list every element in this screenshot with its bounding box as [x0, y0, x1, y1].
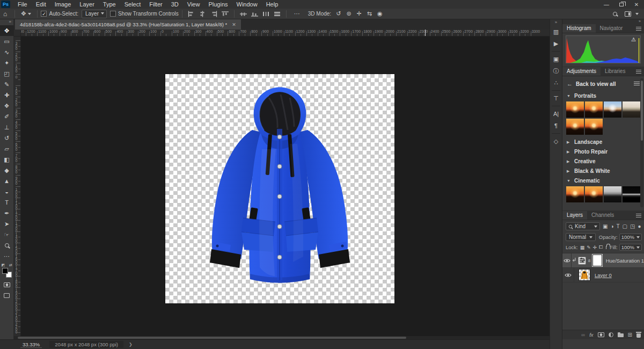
close-tab-icon[interactable]: ✕ — [232, 22, 236, 27]
preset-thumbnail[interactable] — [566, 101, 584, 118]
restore-button[interactable] — [614, 0, 629, 9]
align-left-icon[interactable] — [187, 11, 195, 17]
back-to-view-all[interactable]: ← Back to view all — [562, 76, 644, 90]
menu-3d[interactable]: 3D — [167, 0, 183, 9]
ruler-origin-corner[interactable] — [14, 30, 21, 37]
path-selection-tool[interactable]: ➤ — [0, 219, 14, 229]
tab-adjustments[interactable]: Adjustments — [562, 67, 601, 76]
tab-layers[interactable]: Layers — [562, 211, 587, 220]
preset-group-creative[interactable]: ▶Creative — [562, 156, 644, 165]
clone-stamp-tool[interactable]: ⊥ — [0, 122, 14, 133]
lock-pixels-icon[interactable]: ✎ — [587, 245, 591, 250]
3d-camera-icon[interactable]: ◉ — [375, 10, 385, 17]
gradient-tool[interactable]: ◧ — [0, 154, 14, 165]
clone-source-panel-icon[interactable]: ⊤ — [550, 92, 562, 104]
preset-thumbnail[interactable] — [623, 101, 640, 118]
visibility-eye-icon[interactable] — [562, 268, 574, 282]
menu-plugins[interactable]: Plugins — [204, 0, 232, 9]
eyedropper-tool[interactable]: ✎ — [0, 79, 14, 90]
filter-pixel-layers-icon[interactable]: ▣ — [603, 223, 608, 229]
lock-artboard-icon[interactable]: ⧠ — [599, 244, 603, 250]
lock-all-icon[interactable] — [606, 246, 606, 249]
document-tab[interactable]: 4d18158b-afca-4de2-8dac-5a3c014108a8.psd… — [15, 19, 241, 30]
info-panel-icon[interactable]: ⓘ — [550, 65, 562, 77]
canvas-transparency-checkerboard[interactable] — [165, 74, 394, 303]
panel-menu-icon[interactable] — [636, 27, 641, 31]
panel-menu-icon[interactable] — [636, 214, 641, 217]
move-tool[interactable]: ✥ — [0, 25, 14, 36]
auto-select-checkbox[interactable]: ✓ — [41, 11, 47, 17]
menu-help[interactable]: Help — [262, 0, 283, 9]
expand-dock-icon[interactable]: » — [555, 19, 557, 26]
node-graph-panel-icon[interactable]: ∴ — [550, 77, 562, 89]
magic-wand-tool[interactable]: ✦ — [0, 57, 14, 68]
scrollbar-thumb[interactable] — [18, 337, 406, 339]
menu-filter[interactable]: Filter — [145, 0, 166, 9]
color-swatches[interactable] — [2, 268, 12, 278]
preset-thumbnail[interactable] — [585, 101, 603, 118]
lock-position-icon[interactable]: ✛ — [593, 245, 597, 250]
pen-tool[interactable]: ✒ — [0, 208, 14, 219]
zoom-tool[interactable] — [0, 240, 14, 251]
add-mask-icon[interactable] — [598, 332, 604, 337]
horizontal-ruler[interactable]: 1300120011001000900800700600500400300200… — [14, 30, 550, 37]
preset-thumbnail[interactable] — [566, 186, 584, 202]
preset-group-landscape[interactable]: ▶Landscape — [562, 136, 644, 146]
type-tool[interactable]: T — [0, 197, 14, 208]
menu-image[interactable]: Image — [50, 0, 76, 9]
home-icon[interactable]: ⌂ — [0, 10, 11, 18]
crop-tool[interactable]: ◰ — [0, 68, 14, 79]
3d-pan-icon[interactable]: ✛ — [354, 10, 364, 17]
distribute-v-icon[interactable] — [273, 11, 281, 17]
align-top-icon[interactable] — [221, 11, 229, 17]
foreground-color-swatch[interactable] — [2, 268, 8, 274]
preset-group-cinematic[interactable]: ▼Cinematic — [562, 175, 644, 185]
tab-libraries[interactable]: Libraries — [601, 67, 630, 76]
distribute-h-icon[interactable] — [262, 11, 270, 17]
layer-style-fx-icon[interactable]: fx — [589, 332, 593, 338]
default-colors-icon[interactable]: ◩ — [2, 263, 5, 267]
filter-toggle-icon[interactable]: ● — [638, 223, 641, 229]
auto-select-target-dropdown[interactable]: Layer — [82, 10, 107, 18]
menu-type[interactable]: Type — [99, 0, 120, 9]
workspace-icon[interactable] — [625, 11, 631, 17]
tab-channels[interactable]: Channels — [587, 211, 618, 220]
adjustments-scrollbar[interactable] — [640, 78, 643, 207]
3d-roll-icon[interactable]: ⊚ — [343, 10, 354, 17]
brush-tool[interactable]: ✐ — [0, 111, 14, 122]
more-options-icon[interactable]: ⋯ — [290, 10, 305, 17]
preset-thumbnail[interactable] — [604, 101, 621, 118]
layer-mask-thumbnail[interactable] — [592, 255, 602, 266]
filter-shape-layers-icon[interactable]: ▢ — [623, 223, 627, 229]
histogram-warning-icon[interactable]: ⚠ — [631, 37, 636, 42]
filter-type-layers-icon[interactable]: T — [617, 223, 620, 229]
preset-group-photo-repair[interactable]: ▶Photo Repair — [562, 146, 644, 156]
preset-thumbnail[interactable] — [623, 186, 640, 202]
filter-adjustment-layers-icon[interactable]: ◑ — [610, 223, 613, 229]
spot-healing-tool[interactable]: ✚ — [0, 90, 14, 100]
quick-mask-button[interactable] — [0, 279, 14, 290]
healing-patch-tool[interactable]: ❖ — [0, 100, 14, 111]
edit-toolbar-icon[interactable]: ⋯ — [0, 251, 14, 261]
list-view-icon[interactable] — [634, 82, 640, 86]
marquee-tool[interactable]: ▭ — [0, 36, 14, 47]
dodge-tool[interactable]: ◒ — [0, 186, 14, 197]
new-adjustment-layer-icon[interactable] — [609, 332, 613, 337]
layer-row-image[interactable]: Layer 0 — [562, 268, 644, 282]
opacity-value[interactable]: 100% — [619, 234, 642, 241]
menu-edit[interactable]: Edit — [32, 0, 50, 9]
menu-layer[interactable]: Layer — [75, 0, 99, 9]
close-button[interactable]: ✕ — [629, 0, 644, 9]
panel-menu-icon[interactable] — [636, 70, 641, 74]
materials-panel-icon[interactable]: ◇ — [550, 135, 562, 147]
align-middle-icon[interactable] — [239, 11, 247, 17]
zoom-level-field[interactable]: 33.33% — [20, 341, 42, 348]
layer-name[interactable]: Hue/Saturation 1 — [606, 258, 644, 264]
move-tool-options-icon[interactable]: ✥ — [18, 10, 34, 17]
delete-layer-icon[interactable] — [636, 332, 641, 338]
3d-orbit-icon[interactable]: ↺ — [333, 10, 343, 17]
preset-thumbnail[interactable] — [566, 119, 584, 135]
device-preview-panel-icon[interactable]: ▥ — [550, 26, 562, 38]
blur-tool[interactable]: ◆ — [0, 165, 14, 176]
visibility-eye-icon[interactable] — [562, 253, 572, 267]
